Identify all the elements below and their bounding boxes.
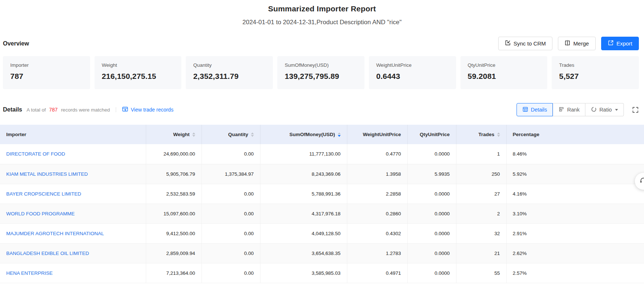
tab-details-label: Details [531,107,547,113]
cell-trades: 1 [456,144,506,164]
table-row: BAYER CROPSCIENCE LIMITED 2,532,583.59 0… [0,184,644,204]
tab-rank-label: Rank [567,107,580,113]
export-icon [608,40,614,47]
merge-label: Merge [573,40,589,47]
cell-weight-unit-price: 2.2858 [347,184,407,204]
cell-sum-of-money: 8,243,369.06 [260,164,347,184]
cell-weight-unit-price: 0.4971 [347,263,407,283]
toolbar-row: Overview Sync to CRM [0,37,644,50]
tab-details-view[interactable]: Details [517,103,553,116]
report-header: Summarized Importer Report 2024-01-01 to… [0,0,644,26]
tab-ratio-view[interactable]: Ratio [585,103,624,116]
view-trade-records-link[interactable]: View trade records [122,106,173,113]
sort-icon-quantity[interactable] [251,132,254,137]
headset-icon [639,176,644,186]
overview-heading: Overview [3,40,29,47]
importer-link[interactable]: HENA ENTERPRISE [6,270,53,276]
stat-card-quantity: Quantity 2,352,311.79 [186,56,273,89]
merge-button[interactable]: Merge [558,37,596,50]
cell-quantity: 0.00 [201,263,260,283]
summarized-importer-report-page: Summarized Importer Report 2024-01-01 to… [0,0,644,288]
export-button[interactable]: Export [601,37,639,50]
importer-link[interactable]: MAJUMDER AGROTECH INTERNATIONAL [6,231,104,236]
col-header-trades[interactable]: Trades [456,125,506,144]
importer-link[interactable]: WORLD FOOD PROGRAMME [6,211,75,216]
col-label: Trades [478,132,495,137]
cell-quantity: 0.00 [201,184,260,204]
col-header-sum-of-money[interactable]: SumOfMoney(USD) [260,125,347,144]
stat-value: 59.2081 [468,72,540,81]
col-header-weight-unit-price: WeightUnitPrice [347,125,407,144]
cell-weight-unit-price: 0.2860 [347,204,407,223]
rank-bars-icon [559,106,565,113]
importer-table: Importer Weight Quantity [0,125,644,283]
sync-to-crm-label: Sync to CRM [514,40,546,47]
divider [116,107,116,112]
table-row: MAJUMDER AGROTECH INTERNATIONAL 9,412,50… [0,223,644,243]
cell-sum-of-money: 11,777,130.00 [260,144,347,164]
table-header-row: Importer Weight Quantity [0,125,644,144]
stat-value: 216,150,275.15 [102,72,174,81]
cell-qty-unit-price: 0.0000 [407,223,456,243]
cell-trades: 21 [456,243,506,263]
chevron-down-icon [615,109,618,111]
col-label: Weight [173,132,190,137]
cell-sum-of-money: 5,788,991.36 [260,184,347,204]
stat-label: Importer [10,62,83,68]
tab-rank-view[interactable]: Rank [553,103,585,116]
cell-percentage: 3.10% [506,204,644,223]
cell-trades: 55 [456,263,506,283]
details-summary: Details A total of 787 records were matc… [3,106,173,113]
total-suffix: records were matched [61,107,110,113]
col-label: SumOfMoney(USD) [289,132,335,137]
stat-card-weight: Weight 216,150,275.15 [95,56,182,89]
table-row: DIRECTORATE OF FOOD 24,690,000.00 0.00 1… [0,144,644,164]
tab-ratio-label: Ratio [599,107,612,113]
sync-to-crm-button[interactable]: Sync to CRM [498,37,552,50]
toolbar-buttons: Sync to CRM Merge [498,37,639,50]
cell-sum-of-money: 4,317,976.18 [260,204,347,223]
importer-link[interactable]: KIAM METAL INDUSTRIES LIMITED [6,171,88,177]
table-row: BANGLADESH EDIBLE OIL LIMITED 2,859,009.… [0,243,644,263]
cell-percentage: 2.57% [506,263,644,283]
cell-weight-unit-price: 1.3958 [347,164,407,184]
overview-stats: Importer 787 Weight 216,150,275.15 Quant… [0,56,644,89]
col-header-quantity[interactable]: Quantity [201,125,260,144]
sort-icon-trades[interactable] [497,132,500,137]
cell-weight: 2,532,583.59 [146,184,201,204]
ratio-ring-icon [591,106,597,113]
col-label: Quantity [228,132,248,137]
sort-icon-weight[interactable] [192,132,195,137]
cell-weight: 2,859,009.94 [146,243,201,263]
stat-label: SumOfMoney(USD) [285,62,357,68]
cell-weight: 7,213,364.00 [146,263,201,283]
merge-icon [565,40,570,47]
importer-link[interactable]: DIRECTORATE OF FOOD [6,151,65,157]
view-controls: Details Rank [517,103,639,116]
cell-weight-unit-price: 1.2783 [347,243,407,263]
sort-icon-sum-of-money-desc-active[interactable] [338,132,341,137]
cell-quantity: 0.00 [201,144,260,164]
cell-qty-unit-price: 0.0000 [407,263,456,283]
view-trade-records-label: View trade records [131,107,173,113]
col-header-weight[interactable]: Weight [146,125,201,144]
cell-sum-of-money: 3,585,985.03 [260,263,347,283]
cell-quantity: 1,375,384.97 [201,164,260,184]
col-label: WeightUnitPrice [363,132,401,137]
cell-qty-unit-price: 5.9935 [407,164,456,184]
cell-qty-unit-price: 0.0000 [407,204,456,223]
fullscreen-button[interactable] [632,106,639,113]
cell-trades: 250 [456,164,506,184]
importer-link[interactable]: BAYER CROPSCIENCE LIMITED [6,191,81,197]
stat-card-sum-of-money: SumOfMoney(USD) 139,275,795.89 [277,56,364,89]
cell-quantity: 0.00 [201,223,260,243]
stat-value: 0.6443 [376,72,449,81]
cell-percentage: 5.92% [506,164,644,184]
stat-label: Quantity [193,62,266,68]
table-row: HENA ENTERPRISE 7,213,364.00 0.00 3,585,… [0,263,644,283]
importer-link[interactable]: BANGLADESH EDIBLE OIL LIMITED [6,251,89,256]
cell-quantity: 0.00 [201,204,260,223]
col-label: Importer [6,132,26,137]
col-label: Percentage [513,132,540,137]
stat-card-importer: Importer 787 [3,56,90,89]
